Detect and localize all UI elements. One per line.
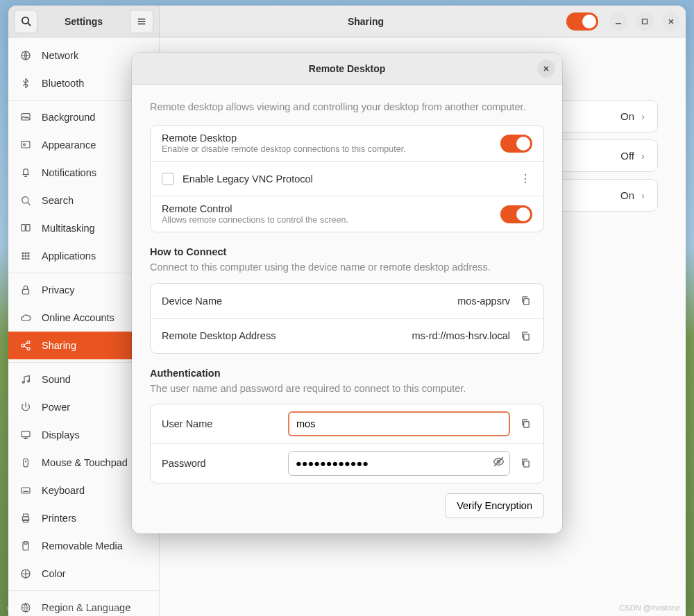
- sidebar-item-label: Color: [42, 568, 66, 579]
- remote-control-toggle[interactable]: [500, 205, 532, 223]
- svg-rect-10: [22, 114, 30, 120]
- sidebar-item-label: Keyboard: [42, 485, 85, 496]
- svg-point-24: [25, 258, 26, 259]
- address-row: Remote Desktop Address ms-rd://mos-hsrv.…: [151, 318, 543, 353]
- svg-point-12: [24, 144, 26, 146]
- svg-rect-43: [24, 520, 28, 522]
- copy-password-button[interactable]: [518, 456, 532, 470]
- sidebar-item-removable-media[interactable]: Removable Media: [8, 532, 159, 560]
- close-icon: [543, 65, 550, 72]
- close-icon: [668, 18, 675, 25]
- sidebar-item-label: Background: [42, 112, 95, 123]
- svg-line-30: [24, 343, 28, 345]
- dialog-intro: Remote desktop allows viewing and contro…: [150, 100, 544, 114]
- titlebar-right: Sharing: [160, 6, 686, 37]
- copy-username-button[interactable]: [518, 417, 532, 431]
- close-button[interactable]: [662, 12, 680, 31]
- remote-control-row: Remote Control Allows remote connections…: [151, 196, 543, 232]
- device-name-row: Device Name mos-appsrv: [151, 284, 543, 318]
- svg-rect-52: [523, 422, 529, 427]
- remote-desktop-row: Remote Desktop Enable or disable remote …: [151, 126, 543, 161]
- remote-desktop-toggle[interactable]: [500, 135, 532, 153]
- sidebar-item-label: Online Accounts: [42, 312, 115, 323]
- cloud-icon: [19, 311, 32, 324]
- svg-rect-50: [523, 299, 529, 305]
- password-input[interactable]: [288, 451, 510, 476]
- vnc-label: Enable Legacy VNC Protocol: [183, 173, 510, 185]
- copy-icon: [520, 458, 531, 468]
- svg-line-31: [24, 346, 28, 348]
- dialog-title: Remote Desktop: [309, 63, 385, 74]
- svg-rect-16: [26, 225, 30, 231]
- multitask-icon: [19, 222, 32, 234]
- sidebar-item-label: Bluetooth: [42, 78, 84, 89]
- state-label: On: [620, 110, 634, 122]
- app-title: Settings: [37, 16, 130, 27]
- dialog-header: Remote Desktop: [132, 53, 562, 85]
- sidebar-item-color[interactable]: Color: [8, 560, 159, 588]
- hamburger-icon: [137, 17, 146, 26]
- dialog-close-button[interactable]: [537, 60, 555, 78]
- window-controls: [609, 12, 680, 31]
- dialog-footer: Verify Encryption: [150, 493, 544, 518]
- bluetooth-icon: [19, 77, 32, 89]
- remote-desktop-group: Remote Desktop Enable or disable remote …: [150, 125, 544, 232]
- search-icon: [19, 194, 32, 207]
- power-icon: [19, 401, 32, 413]
- svg-rect-11: [22, 142, 30, 148]
- toggle-password-visibility-button[interactable]: [493, 456, 505, 470]
- minimize-button[interactable]: [609, 12, 627, 31]
- sidebar-item-label: Network: [42, 50, 78, 61]
- svg-point-23: [22, 258, 24, 259]
- copy-icon: [520, 418, 531, 429]
- watermark: CSDN @mostone: [619, 604, 680, 612]
- color-icon: [19, 567, 32, 580]
- verify-encryption-button[interactable]: Verify Encryption: [445, 493, 544, 518]
- address-value: ms-rd://mos-hsrv.local: [412, 330, 510, 341]
- username-input[interactable]: [288, 411, 510, 436]
- authentication-sub: The user name and password are required …: [150, 382, 544, 395]
- minimize-icon: [615, 18, 622, 25]
- copy-device-name-button[interactable]: [518, 294, 532, 308]
- search-icon: [21, 16, 31, 26]
- svg-rect-37: [24, 459, 28, 467]
- connection-info-group: Device Name mos-appsrv Remote Desktop Ad…: [150, 283, 544, 354]
- svg-rect-55: [523, 461, 529, 467]
- apps-icon: [19, 250, 32, 262]
- remote-desktop-dialog: Remote Desktop Remote desktop allows vie…: [132, 53, 562, 533]
- sidebar-item-label: Mouse & Touchpad: [42, 457, 128, 468]
- svg-rect-6: [643, 19, 648, 24]
- remote-desktop-sub: Enable or disable remote desktop connect…: [162, 144, 492, 154]
- svg-point-17: [22, 253, 24, 254]
- authentication-group: User Name Password: [150, 404, 544, 484]
- svg-point-18: [25, 253, 26, 254]
- svg-rect-39: [22, 488, 30, 493]
- copy-icon: [520, 296, 531, 306]
- svg-point-21: [25, 255, 26, 257]
- device-name-value: mos-appsrv: [457, 296, 510, 307]
- svg-point-0: [22, 17, 28, 24]
- svg-point-32: [22, 382, 24, 384]
- display-icon: [19, 429, 32, 441]
- hamburger-menu-button[interactable]: [130, 10, 153, 33]
- sharing-master-toggle[interactable]: [566, 12, 598, 31]
- remote-desktop-label: Remote Desktop: [162, 132, 492, 144]
- vnc-menu-button[interactable]: ⋮: [518, 172, 532, 185]
- svg-line-1: [28, 23, 31, 26]
- vnc-checkbox[interactable]: [162, 173, 174, 185]
- sidebar-item-label: Applications: [42, 250, 96, 262]
- sidebar-item-label: Sharing: [42, 340, 76, 351]
- printer-icon: [19, 512, 32, 524]
- remote-control-label: Remote Control: [162, 203, 492, 214]
- sidebar-item-label: Notifications: [42, 167, 96, 178]
- sound-icon: [19, 373, 32, 386]
- search-button[interactable]: [14, 10, 37, 33]
- sidebar-separator: [8, 590, 159, 591]
- copy-address-button[interactable]: [518, 329, 532, 343]
- eye-off-icon: [493, 456, 505, 468]
- maximize-button[interactable]: [636, 12, 654, 31]
- copy-icon: [520, 331, 531, 341]
- state-label: Off: [620, 150, 634, 162]
- background-icon: [19, 111, 32, 123]
- authentication-title: Authentication: [150, 368, 544, 379]
